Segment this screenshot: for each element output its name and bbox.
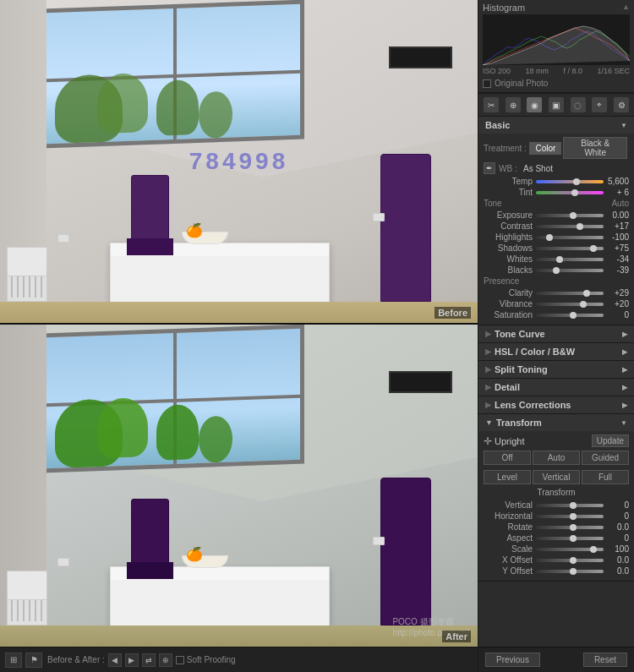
hsl-title-row: ▶ HSL / Color / B&W xyxy=(485,347,575,357)
toolbar-copy-btn[interactable]: ⊕ xyxy=(159,653,172,667)
upright-off-btn[interactable]: Off xyxy=(484,451,531,465)
shadows-thumb[interactable] xyxy=(590,245,597,252)
transform-title-row: ▼ Transform xyxy=(485,418,542,428)
hsl-section: ▶ HSL / Color / B&W ▶ xyxy=(478,343,634,361)
upright-auto-btn[interactable]: Auto xyxy=(533,451,580,465)
bottom-toolbar: ⊞ ⚑ Before & After : ◀ ▶ ⇄ ⊕ Soft Proofi… xyxy=(0,647,478,672)
tone-header: Tone Auto xyxy=(484,199,629,208)
main-container: 🍊 784998 Before xyxy=(0,0,634,672)
whites-track xyxy=(536,258,604,261)
photo-panel: 🍊 784998 Before xyxy=(0,0,478,672)
redeye-tool[interactable]: ◉ xyxy=(527,97,542,112)
crop-tool[interactable]: ✂ xyxy=(484,97,499,112)
transform-horizontal-thumb[interactable] xyxy=(570,513,577,520)
exposure-thumb[interactable] xyxy=(570,212,577,219)
lens-corrections-header[interactable]: ▶ Lens Corrections ▶ xyxy=(478,396,634,413)
upright-vertical-btn[interactable]: Vertical xyxy=(533,470,580,484)
split-toning-header[interactable]: ▶ Split Toning ▶ xyxy=(478,361,634,378)
tint-slider-row: Tint + 6 xyxy=(484,188,629,197)
right-panel-bottom: Previous Reset xyxy=(478,647,634,672)
reset-btn[interactable]: Reset xyxy=(583,653,627,667)
upright-full-btn[interactable]: Full xyxy=(582,470,629,484)
original-photo-checkbox[interactable] xyxy=(483,79,491,88)
toolbar-swap-btn[interactable]: ⇄ xyxy=(142,653,156,667)
basic-chevron: ▼ xyxy=(620,122,627,129)
upright-level-btn[interactable]: Level xyxy=(484,470,531,484)
tone-curve-chevron: ▶ xyxy=(622,331,627,338)
toolbar-arrow-right[interactable]: ▶ xyxy=(125,653,139,667)
highlights-thumb[interactable] xyxy=(546,234,553,241)
transform-section: ▼ Transform ▼ ✛ Upright Update xyxy=(478,414,634,582)
previous-btn[interactable]: Previous xyxy=(485,653,540,667)
clarity-thumb[interactable] xyxy=(583,290,590,297)
whites-thumb[interactable] xyxy=(556,256,563,263)
radial-tool[interactable]: ◌ xyxy=(571,97,586,112)
camera-info: ISO 200 18 mm f / 8.0 1/16 SEC xyxy=(483,65,630,77)
saturation-thumb[interactable] xyxy=(570,312,577,319)
contrast-thumb[interactable] xyxy=(577,223,583,230)
treatment-row: Treatment : Color Black & White xyxy=(484,137,629,159)
before-label: Before xyxy=(435,307,471,319)
spot-heal-tool[interactable]: ⊕ xyxy=(506,97,521,112)
eyedropper-tool[interactable]: ✒ xyxy=(484,162,495,174)
tint-thumb[interactable] xyxy=(571,189,578,196)
transform-yoffset-thumb[interactable] xyxy=(570,568,577,575)
transform-scale-track xyxy=(536,548,604,551)
transform-aspect-thumb[interactable] xyxy=(570,535,577,542)
upright-guided-btn[interactable]: Guided xyxy=(582,451,629,465)
soft-proofing-row: Soft Proofing xyxy=(176,655,236,664)
contrast-slider-row: Contrast +17 xyxy=(484,221,629,231)
settings-tool[interactable]: ⚙ xyxy=(614,97,629,112)
split-toning-section: ▶ Split Toning ▶ xyxy=(478,361,634,379)
hsl-section-header[interactable]: ▶ HSL / Color / B&W ▶ xyxy=(478,343,634,360)
histogram-section: Histogram ▲ ISO 200 18 mm xyxy=(478,0,634,93)
transform-header[interactable]: ▼ Transform ▼ xyxy=(478,414,634,431)
photo-after: 🍊 POCO 摄影专题 http://photo.poco.cn/ After xyxy=(0,325,478,647)
brush-tool[interactable]: ⌖ xyxy=(592,97,607,112)
whites-slider-row: Whites -34 xyxy=(484,254,629,264)
blacks-thumb[interactable] xyxy=(553,267,560,274)
transform-vertical-thumb[interactable] xyxy=(570,502,577,509)
presence-header: Presence xyxy=(484,276,629,286)
transform-xoffset-thumb[interactable] xyxy=(570,557,577,564)
toolbar-grid-btn[interactable]: ⊞ xyxy=(5,653,22,668)
transform-yoffset-row: Y Offset 0.0 xyxy=(484,566,629,576)
hsl-chevron: ▶ xyxy=(622,348,627,356)
transform-bullet: ▼ xyxy=(485,418,493,427)
panel-scroll[interactable]: Basic ▼ Treatment : Color Black & White … xyxy=(478,117,634,647)
soft-proofing-checkbox[interactable] xyxy=(176,656,184,664)
after-label: After xyxy=(442,631,471,642)
temp-slider-row: Temp 5,600 xyxy=(484,177,629,186)
transform-vertical-row: Vertical 0 xyxy=(484,500,629,510)
before-after-label: Before & After : xyxy=(47,655,105,664)
move-icon: ✛ xyxy=(484,435,492,447)
basic-section-header[interactable]: Basic ▼ xyxy=(478,117,634,134)
toolbar-arrow-left[interactable]: ◀ xyxy=(108,653,122,667)
toolbar-flags-btn[interactable]: ⚑ xyxy=(25,653,42,668)
auto-tone-btn[interactable]: Auto xyxy=(611,199,629,208)
transform-scale-thumb[interactable] xyxy=(590,546,597,553)
histogram-canvas xyxy=(483,14,630,65)
transform-vertical-track xyxy=(536,504,604,507)
bw-treatment-btn[interactable]: Black & White xyxy=(563,137,627,159)
transform-rotate-row: Rotate 0.0 xyxy=(484,522,629,532)
lens-corrections-title-row: ▶ Lens Corrections xyxy=(485,400,571,410)
soft-proofing-label: Soft Proofing xyxy=(187,655,236,664)
temp-thumb[interactable] xyxy=(573,178,580,185)
gradient-tool[interactable]: ▣ xyxy=(549,97,564,112)
transform-scale-row: Scale 100 xyxy=(484,544,629,554)
histogram-svg xyxy=(483,14,630,65)
histogram-arrow[interactable]: ▲ xyxy=(622,3,630,13)
tone-curve-header[interactable]: ▶ Tone Curve ▶ xyxy=(478,325,634,342)
transform-aspect-row: Aspect 0 xyxy=(484,533,629,543)
transform-rotate-track xyxy=(536,526,604,529)
lens-corrections-section: ▶ Lens Corrections ▶ xyxy=(478,396,634,414)
update-btn[interactable]: Update xyxy=(592,434,629,447)
highlights-slider-row: Highlights -100 xyxy=(484,232,629,242)
color-treatment-btn[interactable]: Color xyxy=(529,142,561,155)
blacks-slider-row: Blacks -39 xyxy=(484,265,629,275)
vibrance-thumb[interactable] xyxy=(580,301,587,308)
transform-rotate-thumb[interactable] xyxy=(570,524,577,531)
detail-header[interactable]: ▶ Detail ▶ xyxy=(478,379,634,396)
shadows-slider-row: Shadows +75 xyxy=(484,243,629,253)
